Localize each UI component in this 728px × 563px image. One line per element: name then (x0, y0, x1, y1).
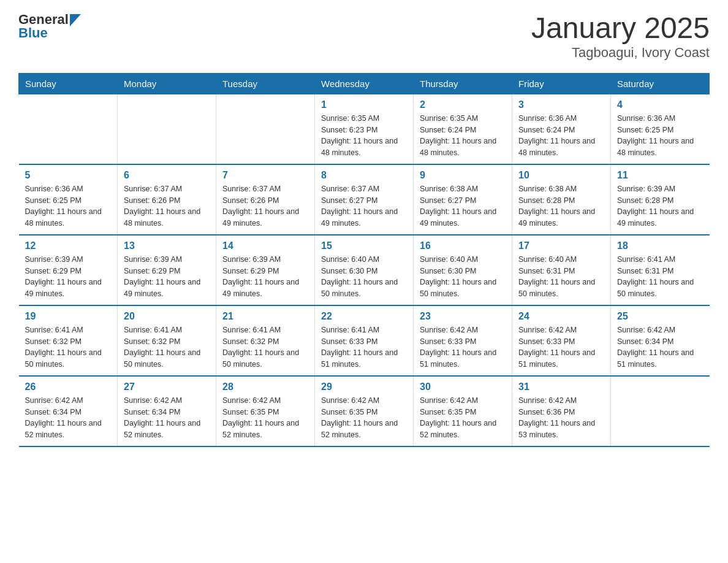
day-info: Sunrise: 6:42 AMSunset: 6:35 PMDaylight:… (420, 395, 506, 441)
calendar-week-row: 19Sunrise: 6:41 AMSunset: 6:32 PMDayligh… (19, 305, 710, 376)
header-day-sunday: Sunday (19, 73, 118, 94)
day-number: 29 (321, 381, 407, 393)
day-info: Sunrise: 6:39 AMSunset: 6:28 PMDaylight:… (617, 183, 703, 229)
day-number: 26 (25, 381, 112, 393)
day-info: Sunrise: 6:42 AMSunset: 6:35 PMDaylight:… (222, 395, 308, 441)
day-number: 6 (124, 170, 210, 181)
day-number: 11 (617, 170, 703, 181)
day-info: Sunrise: 6:36 AMSunset: 6:25 PMDaylight:… (25, 183, 112, 229)
calendar-cell: 17Sunrise: 6:40 AMSunset: 6:31 PMDayligh… (512, 235, 611, 305)
calendar-cell: 25Sunrise: 6:42 AMSunset: 6:34 PMDayligh… (611, 305, 710, 376)
day-number: 19 (25, 311, 112, 322)
day-number: 24 (518, 311, 604, 322)
day-number: 28 (222, 381, 308, 393)
day-info: Sunrise: 6:39 AMSunset: 6:29 PMDaylight:… (222, 254, 308, 300)
calendar-cell (216, 94, 315, 164)
day-info: Sunrise: 6:40 AMSunset: 6:30 PMDaylight:… (321, 254, 407, 300)
calendar-cell: 15Sunrise: 6:40 AMSunset: 6:30 PMDayligh… (315, 235, 414, 305)
day-number: 20 (124, 311, 210, 322)
calendar-cell: 22Sunrise: 6:41 AMSunset: 6:33 PMDayligh… (315, 305, 414, 376)
day-info: Sunrise: 6:41 AMSunset: 6:32 PMDaylight:… (124, 324, 210, 370)
calendar-cell: 5Sunrise: 6:36 AMSunset: 6:25 PMDaylight… (19, 164, 118, 235)
day-number: 16 (420, 240, 506, 251)
calendar-cell: 11Sunrise: 6:39 AMSunset: 6:28 PMDayligh… (611, 164, 710, 235)
logo-blue-text: Blue (18, 26, 81, 40)
day-info: Sunrise: 6:38 AMSunset: 6:28 PMDaylight:… (518, 183, 604, 229)
calendar-cell: 27Sunrise: 6:42 AMSunset: 6:34 PMDayligh… (118, 376, 216, 446)
title-section: January 2025 Tagboagui, Ivory Coast (531, 12, 710, 61)
day-info: Sunrise: 6:39 AMSunset: 6:29 PMDaylight:… (124, 254, 210, 300)
calendar-cell: 9Sunrise: 6:38 AMSunset: 6:27 PMDaylight… (414, 164, 512, 235)
header-day-wednesday: Wednesday (315, 73, 414, 94)
logo-arrow-icon (70, 14, 81, 26)
day-number: 27 (124, 381, 210, 393)
calendar-week-row: 26Sunrise: 6:42 AMSunset: 6:34 PMDayligh… (19, 376, 710, 446)
day-info: Sunrise: 6:37 AMSunset: 6:27 PMDaylight:… (321, 183, 407, 229)
day-info: Sunrise: 6:42 AMSunset: 6:35 PMDaylight:… (321, 395, 407, 441)
day-number: 22 (321, 311, 407, 322)
calendar-cell: 18Sunrise: 6:41 AMSunset: 6:31 PMDayligh… (611, 235, 710, 305)
calendar-cell: 6Sunrise: 6:37 AMSunset: 6:26 PMDaylight… (118, 164, 216, 235)
day-info: Sunrise: 6:39 AMSunset: 6:29 PMDaylight:… (25, 254, 112, 300)
day-info: Sunrise: 6:40 AMSunset: 6:31 PMDaylight:… (518, 254, 604, 300)
day-info: Sunrise: 6:38 AMSunset: 6:27 PMDaylight:… (420, 183, 506, 229)
calendar-subtitle: Tagboagui, Ivory Coast (531, 45, 710, 61)
header-day-friday: Friday (512, 73, 611, 94)
day-info: Sunrise: 6:35 AMSunset: 6:23 PMDaylight:… (321, 113, 407, 159)
calendar-cell: 13Sunrise: 6:39 AMSunset: 6:29 PMDayligh… (118, 235, 216, 305)
page-header: General Blue January 2025 Tagboagui, Ivo… (18, 12, 710, 61)
calendar-cell: 30Sunrise: 6:42 AMSunset: 6:35 PMDayligh… (414, 376, 512, 446)
day-number: 2 (420, 99, 506, 110)
calendar-cell: 23Sunrise: 6:42 AMSunset: 6:33 PMDayligh… (414, 305, 512, 376)
day-info: Sunrise: 6:36 AMSunset: 6:25 PMDaylight:… (617, 113, 703, 159)
day-info: Sunrise: 6:42 AMSunset: 6:33 PMDaylight:… (518, 324, 604, 370)
day-number: 18 (617, 240, 703, 251)
day-number: 8 (321, 170, 407, 181)
day-info: Sunrise: 6:37 AMSunset: 6:26 PMDaylight:… (124, 183, 210, 229)
day-info: Sunrise: 6:42 AMSunset: 6:34 PMDaylight:… (25, 395, 112, 441)
day-number: 17 (518, 240, 604, 251)
day-number: 12 (25, 240, 112, 251)
calendar-cell (611, 376, 710, 446)
day-info: Sunrise: 6:41 AMSunset: 6:32 PMDaylight:… (222, 324, 308, 370)
calendar-cell: 10Sunrise: 6:38 AMSunset: 6:28 PMDayligh… (512, 164, 611, 235)
header-day-monday: Monday (118, 73, 216, 94)
day-info: Sunrise: 6:42 AMSunset: 6:34 PMDaylight:… (124, 395, 210, 441)
day-info: Sunrise: 6:35 AMSunset: 6:24 PMDaylight:… (420, 113, 506, 159)
logo: General Blue (18, 12, 81, 40)
calendar-cell (118, 94, 216, 164)
calendar-cell: 4Sunrise: 6:36 AMSunset: 6:25 PMDaylight… (611, 94, 710, 164)
day-number: 7 (222, 170, 308, 181)
calendar-cell: 16Sunrise: 6:40 AMSunset: 6:30 PMDayligh… (414, 235, 512, 305)
calendar-cell: 19Sunrise: 6:41 AMSunset: 6:32 PMDayligh… (19, 305, 118, 376)
calendar-cell: 26Sunrise: 6:42 AMSunset: 6:34 PMDayligh… (19, 376, 118, 446)
day-number: 25 (617, 311, 703, 322)
calendar-cell: 31Sunrise: 6:42 AMSunset: 6:36 PMDayligh… (512, 376, 611, 446)
day-info: Sunrise: 6:42 AMSunset: 6:36 PMDaylight:… (518, 395, 604, 441)
day-info: Sunrise: 6:41 AMSunset: 6:33 PMDaylight:… (321, 324, 407, 370)
day-number: 1 (321, 99, 407, 110)
header-day-thursday: Thursday (414, 73, 512, 94)
calendar-cell: 1Sunrise: 6:35 AMSunset: 6:23 PMDaylight… (315, 94, 414, 164)
day-number: 30 (420, 381, 506, 393)
day-number: 4 (617, 99, 703, 110)
day-number: 31 (518, 381, 604, 393)
day-number: 23 (420, 311, 506, 322)
calendar-cell: 3Sunrise: 6:36 AMSunset: 6:24 PMDaylight… (512, 94, 611, 164)
calendar-cell (19, 94, 118, 164)
day-info: Sunrise: 6:41 AMSunset: 6:31 PMDaylight:… (617, 254, 703, 300)
calendar-week-row: 5Sunrise: 6:36 AMSunset: 6:25 PMDaylight… (19, 164, 710, 235)
day-number: 9 (420, 170, 506, 181)
day-number: 15 (321, 240, 407, 251)
day-number: 3 (518, 99, 604, 110)
day-info: Sunrise: 6:42 AMSunset: 6:34 PMDaylight:… (617, 324, 703, 370)
day-info: Sunrise: 6:36 AMSunset: 6:24 PMDaylight:… (518, 113, 604, 159)
day-info: Sunrise: 6:42 AMSunset: 6:33 PMDaylight:… (420, 324, 506, 370)
calendar-week-row: 12Sunrise: 6:39 AMSunset: 6:29 PMDayligh… (19, 235, 710, 305)
day-info: Sunrise: 6:40 AMSunset: 6:30 PMDaylight:… (420, 254, 506, 300)
calendar-cell: 7Sunrise: 6:37 AMSunset: 6:26 PMDaylight… (216, 164, 315, 235)
header-day-tuesday: Tuesday (216, 73, 315, 94)
calendar-cell: 20Sunrise: 6:41 AMSunset: 6:32 PMDayligh… (118, 305, 216, 376)
calendar-header-row: SundayMondayTuesdayWednesdayThursdayFrid… (19, 73, 710, 94)
calendar-week-row: 1Sunrise: 6:35 AMSunset: 6:23 PMDaylight… (19, 94, 710, 164)
